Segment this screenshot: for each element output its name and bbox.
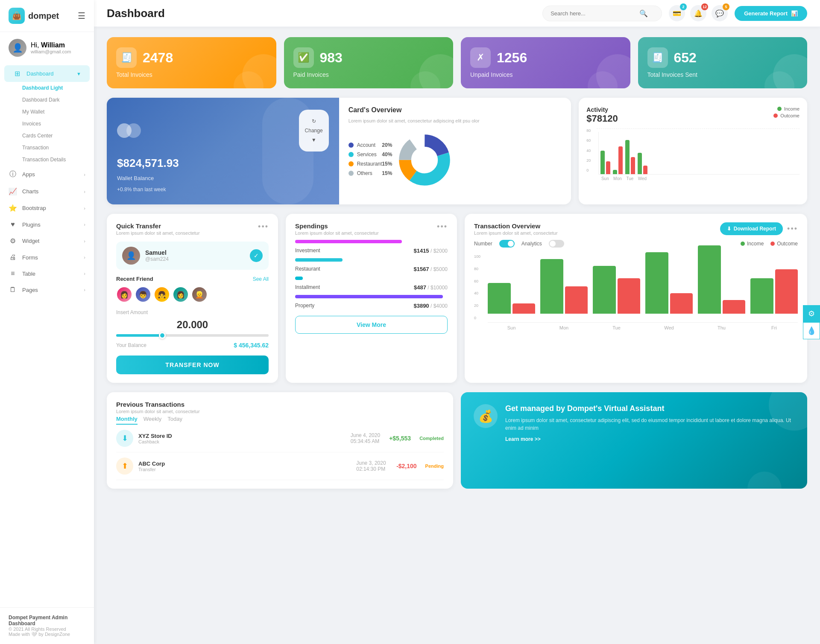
wallet-card: ↻ Change ▼ $824,571.93 Wallet Balance +0… (107, 98, 339, 204)
transaction-amount: +$5,553 (385, 435, 411, 442)
friend-avatar[interactable]: 👩 (173, 286, 189, 303)
bar (488, 283, 511, 314)
transfer-user-name: Samuel (145, 249, 169, 256)
download-icon: ⬇ (727, 226, 731, 232)
quick-transfer-title: Quick Transfer (116, 222, 200, 230)
sidebar-item-plugins[interactable]: ♥ Plugins › (0, 216, 94, 233)
sidebar-item-bootstrap[interactable]: ⭐ Bootstrap › (0, 200, 94, 216)
settings-panel-button[interactable]: ⚙ (803, 305, 820, 322)
income-legend: Income (777, 106, 800, 111)
avatar: 👤 (9, 39, 26, 57)
stat-number: 2478 (143, 50, 173, 66)
search-icon: 🔍 (639, 9, 648, 17)
stats-row: 🧾 2478 Total Invoices ✅ 983 Paid Invoice… (107, 37, 807, 88)
download-report-button[interactable]: ⬇ Download Report (720, 222, 783, 235)
logo-area: 👜 dompet ☰ (0, 0, 94, 32)
activity-amount: $78120 (586, 113, 618, 124)
widget-icon: ⚙ (9, 237, 17, 245)
bar (670, 293, 693, 314)
hamburger-menu[interactable]: ☰ (78, 11, 85, 21)
footer-year: © 2021 All Rights Reserved (9, 627, 85, 632)
outcome-legend: Outcome (773, 113, 800, 118)
transfer-now-button[interactable]: TRANSFER NOW (116, 356, 269, 374)
transaction-date: June 3, 2020 02:14:30 PM (356, 460, 386, 472)
transfer-user-row: 👤 Samuel @sam224 ✓ (116, 242, 269, 270)
page-title: Dashboard (107, 7, 536, 20)
sidebar-item-pages[interactable]: 🗒 Pages › (0, 282, 94, 298)
search-box[interactable]: 🔍 (542, 6, 662, 21)
user-greeting: Hi, William (31, 41, 71, 49)
mastercard-logo (117, 123, 141, 138)
number-toggle[interactable] (499, 240, 515, 248)
more-options-icon[interactable]: ••• (437, 222, 448, 231)
svg-point-3 (405, 141, 444, 180)
friend-avatar[interactable]: 👦 (135, 286, 151, 303)
sidebar-footer: Dompet Payment Admin Dashboard © 2021 Al… (0, 607, 94, 644)
transactions-va-row: Previous Transactions Lorem ipsum dolor … (107, 392, 807, 489)
chevron-right-icon: › (84, 239, 85, 244)
chevron-right-icon: › (84, 189, 85, 194)
transaction-name: ABC Corp (138, 460, 165, 467)
bar-chart-icon: 📊 (791, 10, 798, 17)
sidebar-item-table[interactable]: ≡ Table › (0, 265, 94, 282)
check-icon: ✓ (250, 249, 263, 262)
wallet-icon-btn[interactable]: 💳 2 (669, 5, 685, 21)
overview-desc: Lorem ipsum dolor sit amet, consectetur … (348, 118, 562, 123)
va-learn-more-link[interactable]: Learn more >> (505, 436, 794, 442)
notification-icon-btn[interactable]: 🔔 12 (690, 5, 706, 21)
message-icon-btn[interactable]: 💬 5 (712, 5, 728, 21)
tab-today[interactable]: Today (167, 416, 182, 425)
sidebar-item-transaction[interactable]: Transaction (0, 142, 94, 154)
header-icons: 💳 2 🔔 12 💬 5 (669, 5, 728, 21)
toggle-row: Number Analytics Income (474, 240, 798, 248)
forms-icon: 🖨 (9, 254, 17, 261)
bootstrap-icon: ⭐ (9, 204, 17, 212)
see-more-link[interactable]: See All (253, 276, 269, 282)
sidebar: 👜 dompet ☰ 👤 Hi, William william@gmail.c… (0, 0, 94, 644)
sidebar-item-label: Dashboard (26, 70, 54, 77)
bar (613, 170, 617, 174)
spending-item-property: Property $3890 / $4000 (295, 295, 448, 309)
bar (593, 266, 616, 314)
sidebar-item-label: Widget (22, 238, 39, 244)
sidebar-item-forms[interactable]: 🖨 Forms › (0, 249, 94, 265)
sidebar-item-charts[interactable]: 📈 Charts › (0, 183, 94, 200)
sidebar-item-cards-center[interactable]: Cards Center (0, 130, 94, 142)
search-input[interactable] (551, 10, 636, 17)
tab-weekly[interactable]: Weekly (144, 416, 161, 425)
sidebar-item-apps[interactable]: ⓘ Apps › (0, 166, 94, 183)
sidebar-item-my-wallet[interactable]: My Wallet (0, 106, 94, 118)
transfer-user-handle: @sam224 (145, 256, 169, 262)
analytics-toggle[interactable] (549, 240, 564, 248)
bar (540, 259, 563, 314)
transaction-overview-card: Transaction Overview Lorem ipsum dolor s… (465, 214, 807, 383)
sidebar-item-widget[interactable]: ⚙ Widget › (0, 233, 94, 249)
water-panel-button[interactable]: 💧 (803, 322, 820, 339)
bar (698, 245, 721, 314)
sidebar-item-dashboard-dark[interactable]: Dashboard Dark (0, 94, 94, 106)
view-more-button[interactable]: View More (295, 316, 448, 334)
generate-report-button[interactable]: Generate Report 📊 (735, 6, 807, 21)
sidebar-item-invoices[interactable]: Invoices (0, 118, 94, 130)
prev-transactions-desc: Lorem ipsum dolor sit amet, consectetur (116, 409, 200, 414)
amount-slider[interactable] (116, 334, 269, 337)
charts-icon: 📈 (9, 187, 17, 195)
bar (775, 269, 798, 314)
va-content: Get managed by Dompet's Virtual Assistan… (505, 404, 794, 442)
stat-number: 652 (674, 50, 697, 66)
friend-avatar[interactable]: 👱 (191, 286, 208, 303)
sidebar-item-dashboard[interactable]: ⊞ Dashboard ▼ (4, 65, 90, 82)
more-options-icon[interactable]: ••• (258, 222, 269, 231)
outcome-legend: Outcome (770, 241, 798, 247)
sidebar-item-label: Charts (22, 188, 38, 195)
more-options-icon[interactable]: ••• (787, 224, 798, 233)
transfer-user-avatar: 👤 (122, 247, 140, 265)
friend-avatar[interactable]: 👩 (116, 286, 132, 303)
sidebar-item-transaction-details[interactable]: Transaction Details (0, 154, 94, 166)
tab-monthly[interactable]: Monthly (116, 416, 138, 425)
spendings-desc: Lorem ipsum dolor sit amet, consectetur (295, 230, 379, 236)
overview-item: Services 40% (348, 152, 392, 157)
sidebar-item-dashboard-light[interactable]: Dashboard Light (0, 82, 94, 94)
friend-avatar[interactable]: 👧 (154, 286, 170, 303)
sidebar-item-label: Pages (22, 287, 38, 293)
